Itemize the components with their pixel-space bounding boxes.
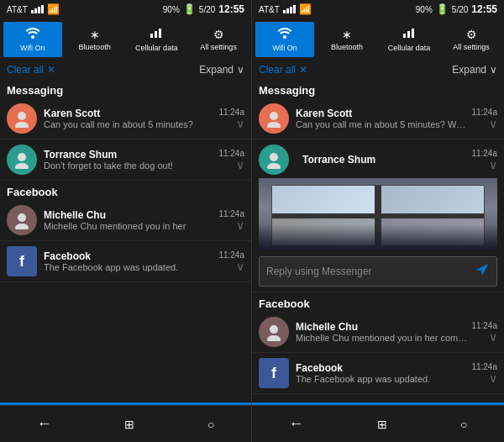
svg-rect-2 — [155, 31, 157, 38]
svg-rect-11 — [403, 34, 406, 38]
svg-point-10 — [283, 35, 286, 39]
notif-content-right: Messaging Karen Scott Can you call me in… — [252, 79, 504, 403]
battery-right: 90% — [416, 5, 433, 14]
status-right-left: 90% 🔋 5/20 12:55 — [163, 3, 244, 15]
qs-cellular-label-left: Cellular data — [135, 44, 178, 52]
bar1 — [31, 10, 34, 13]
svg-point-6 — [18, 153, 26, 161]
qs-wifi-left[interactable]: Wifi On — [3, 22, 62, 57]
clear-all-label-left: Clear all — [7, 64, 44, 76]
svg-point-16 — [270, 153, 278, 161]
notif-text-fb-right: Facebook The Facebook app was updated. — [296, 362, 468, 384]
bar3r — [290, 7, 292, 13]
status-left-right: AT&T 📶 — [259, 3, 312, 15]
time-left: 12:55 — [218, 3, 244, 15]
notif-text-torrance-right: Torrance Shum — [302, 154, 468, 166]
notif-michelle-left[interactable]: Michelle Chu Michelle Chu mentioned you … — [0, 200, 251, 241]
qs-settings-left[interactable]: ⚙ All settings — [189, 22, 248, 57]
notif-right-fb-left: 11:24a ∨ — [215, 250, 244, 273]
group-facebook-right: Facebook — [252, 292, 504, 312]
qs-wifi-right[interactable]: Wifi On — [255, 22, 314, 57]
notif-content-left: Messaging Karen Scott Can you call me in… — [0, 79, 251, 403]
svg-rect-1 — [150, 34, 153, 38]
chevron-michelle-right: ∨ — [489, 330, 497, 344]
notif-right-fb-right: 11:24a ∨ — [468, 362, 497, 385]
notif-karen-right[interactable]: Karen Scott Can you call me in about 5 m… — [252, 98, 504, 139]
qs-bluetooth-right[interactable]: ∗ Bluetooth — [318, 22, 376, 57]
avatar-karen-left — [7, 103, 37, 134]
wifi-icon-left: 📶 — [47, 3, 60, 15]
qs-bluetooth-left[interactable]: ∗ Bluetooth — [66, 22, 124, 57]
svg-rect-3 — [159, 29, 161, 38]
clear-all-left[interactable]: Clear all ✕ — [7, 64, 55, 76]
notif-text-torrance-left: Torrance Shum Don't forget to take the d… — [44, 149, 215, 171]
notif-msg-fb-left: The Facebook app was updated. — [44, 262, 215, 272]
torrance-image — [259, 178, 497, 250]
notif-time-fb-left: 11:24a — [218, 250, 244, 260]
qs-bluetooth-label-left: Bluetooth — [79, 43, 111, 51]
status-left: AT&T 📶 — [7, 3, 60, 15]
notif-msg-michelle-right: Michelle Chu mentioned you in her commen… — [296, 333, 468, 343]
cellular-icon-left — [150, 27, 163, 42]
svg-rect-12 — [407, 31, 410, 38]
avatar-fb-right: f — [259, 358, 289, 388]
reply-box[interactable]: Reply using Messenger — [259, 256, 497, 287]
qs-settings-label-left: All settings — [200, 43, 237, 51]
notif-torrance-left[interactable]: Torrance Shum Don't forget to take the d… — [0, 139, 251, 181]
notif-michelle-right[interactable]: Michelle Chu Michelle Chu mentioned you … — [252, 312, 504, 353]
bottom-nav-left: ← ⊞ ○ — [0, 405, 251, 442]
notif-msg-fb-right: The Facebook app was updated. — [296, 374, 468, 384]
avatar-torrance-right — [259, 145, 289, 175]
notif-name-karen-left: Karen Scott — [44, 108, 215, 119]
group-messaging-left: Messaging — [0, 79, 251, 98]
notif-name-michelle-left: Michelle Chu — [44, 209, 215, 221]
group-messaging-right: Messaging — [252, 79, 504, 98]
cellular-icon-right — [402, 27, 416, 42]
back-btn-right[interactable]: ← — [276, 412, 318, 436]
group-facebook-left: Facebook — [0, 181, 251, 200]
svg-point-15 — [267, 122, 281, 128]
signal-bars-right — [283, 5, 296, 13]
qs-cellular-right[interactable]: Cellular data — [380, 22, 438, 57]
chevron-torrance-left: ∨ — [236, 158, 244, 171]
wifi-icon — [25, 27, 40, 42]
clear-all-right[interactable]: Clear all ✕ — [259, 64, 307, 76]
battery-left: 90% — [163, 5, 180, 14]
status-right-right: 90% 🔋 5/20 12:55 — [416, 3, 497, 15]
back-btn-left[interactable]: ← — [23, 412, 65, 436]
expand-chevron-left: ∨ — [237, 64, 244, 76]
chevron-torrance-right: ∨ — [489, 158, 497, 171]
notif-right-torrance-left: 11:24a ∨ — [215, 149, 244, 171]
qs-cellular-left[interactable]: Cellular data — [128, 22, 186, 57]
svg-rect-13 — [412, 29, 414, 38]
expand-label-left: Expand — [199, 64, 234, 76]
svg-point-0 — [31, 35, 34, 39]
search-btn-right[interactable]: ○ — [447, 414, 480, 434]
send-icon[interactable] — [475, 262, 490, 281]
svg-point-9 — [15, 224, 29, 229]
notif-name-karen-right: Karen Scott — [296, 108, 468, 119]
home-btn-right[interactable]: ⊞ — [364, 414, 401, 434]
expand-btn-left[interactable]: Expand ∨ — [199, 64, 244, 76]
settings-icon-right: ⚙ — [466, 28, 477, 41]
notif-fb-right[interactable]: f Facebook The Facebook app was updated.… — [252, 353, 504, 394]
notif-time-michelle-left: 11:24a — [218, 209, 244, 218]
settings-icon-left: ⚙ — [213, 28, 224, 41]
chevron-michelle-left: ∨ — [236, 218, 244, 232]
expand-btn-right[interactable]: Expand ∨ — [452, 64, 497, 76]
search-btn-left[interactable]: ○ — [194, 414, 228, 434]
home-btn-left[interactable]: ⊞ — [111, 414, 148, 434]
status-bar-left: AT&T 📶 90% 🔋 5/20 12:55 — [0, 0, 251, 18]
notif-right-karen-right: 11:24a ∨ — [468, 108, 497, 130]
notif-text-karen-right: Karen Scott Can you call me in about 5 m… — [296, 108, 468, 129]
notif-msg-karen-left: Can you call me in about 5 minutes? — [44, 119, 215, 129]
notif-fb-left[interactable]: f Facebook The Facebook app was updated.… — [0, 241, 251, 282]
notif-time-michelle-right: 11:24a — [471, 321, 497, 330]
qs-settings-right[interactable]: ⚙ All settings — [442, 22, 501, 57]
bar2 — [34, 8, 37, 13]
qs-wifi-label-right: Wifi On — [272, 44, 297, 52]
notif-name-fb-right: Facebook — [296, 362, 468, 374]
notif-karen-left[interactable]: Karen Scott Can you call me in about 5 m… — [0, 98, 251, 139]
notif-torrance-right[interactable]: Torrance Shum 11:24a ∨ — [252, 139, 504, 292]
notif-right-michelle-right: 11:24a ∨ — [468, 321, 497, 344]
